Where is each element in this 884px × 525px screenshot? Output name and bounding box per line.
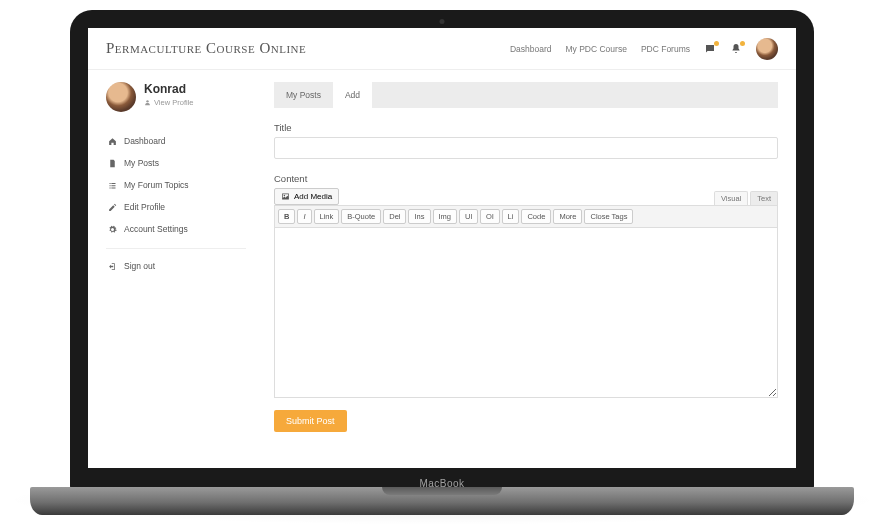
camera-dot <box>440 19 445 24</box>
body: Konrad View Profile Dashboard My <box>88 70 796 432</box>
title-input[interactable] <box>274 137 778 159</box>
toolbar-code[interactable]: Code <box>521 209 551 224</box>
file-icon <box>108 159 117 168</box>
toolbar-link[interactable]: Link <box>314 209 340 224</box>
avatar-large <box>106 82 136 112</box>
list-icon <box>108 181 117 190</box>
main-content: My Posts Add Title Content Add Media Vis… <box>274 82 778 432</box>
view-profile-link[interactable]: View Profile <box>144 98 193 107</box>
bell-icon[interactable] <box>730 43 742 55</box>
submit-post-button[interactable]: Submit Post <box>274 410 347 432</box>
sidebar-item-my-posts[interactable]: My Posts <box>106 152 246 174</box>
svg-point-0 <box>146 100 148 102</box>
bell-badge <box>740 41 745 46</box>
editor-mode-tabs: Visual Text <box>714 191 778 205</box>
media-icon <box>281 192 290 201</box>
editor-toolbar: B I Link B-Quote Del Ins Img Ul Ol Li Co… <box>274 205 778 228</box>
signout-icon <box>108 262 117 271</box>
sidebar: Konrad View Profile Dashboard My <box>106 82 246 432</box>
add-media-button[interactable]: Add Media <box>274 188 339 205</box>
content-tabs: My Posts Add <box>274 82 778 108</box>
edit-icon <box>108 203 117 212</box>
sidebar-item-label: Dashboard <box>124 136 166 146</box>
add-media-label: Add Media <box>294 192 332 201</box>
media-row: Add Media Visual Text <box>274 188 778 205</box>
editor-tab-text[interactable]: Text <box>750 191 778 205</box>
tab-my-posts[interactable]: My Posts <box>274 82 333 108</box>
top-nav: Dashboard My PDC Course PDC Forums <box>510 38 778 60</box>
view-profile-label: View Profile <box>154 98 193 107</box>
home-icon <box>108 137 117 146</box>
content-label: Content <box>274 173 778 184</box>
toolbar-ol[interactable]: Ol <box>480 209 500 224</box>
toolbar-ins[interactable]: Ins <box>408 209 430 224</box>
site-title: Permaculture Course Online <box>106 40 306 57</box>
user-icon <box>144 99 151 106</box>
toolbar-italic[interactable]: I <box>297 209 311 224</box>
sidebar-item-label: Account Settings <box>124 224 188 234</box>
nav-my-course[interactable]: My PDC Course <box>565 44 626 54</box>
sidebar-item-label: My Forum Topics <box>124 180 189 190</box>
nav-dashboard[interactable]: Dashboard <box>510 44 552 54</box>
title-label: Title <box>274 122 778 133</box>
tab-add[interactable]: Add <box>333 82 372 108</box>
gear-icon <box>108 225 117 234</box>
sidebar-item-signout[interactable]: Sign out <box>106 248 246 277</box>
toolbar-ul[interactable]: Ul <box>459 209 478 224</box>
laptop-frame: Permaculture Course Online Dashboard My … <box>70 10 814 490</box>
nav-forums[interactable]: PDC Forums <box>641 44 690 54</box>
svg-point-1 <box>284 195 286 197</box>
toolbar-bold[interactable]: B <box>278 209 295 224</box>
sidebar-item-label: Edit Profile <box>124 202 165 212</box>
device-brand: MacBook <box>419 478 464 489</box>
toolbar-del[interactable]: Del <box>383 209 406 224</box>
sidebar-item-label: Sign out <box>124 261 155 271</box>
sidebar-item-forum-topics[interactable]: My Forum Topics <box>106 174 246 196</box>
toolbar-li[interactable]: Li <box>502 209 520 224</box>
toolbar-close-tags[interactable]: Close Tags <box>584 209 633 224</box>
screen: Permaculture Course Online Dashboard My … <box>88 28 796 468</box>
content-textarea[interactable] <box>274 228 778 398</box>
toolbar-more[interactable]: More <box>553 209 582 224</box>
chat-icon[interactable] <box>704 43 716 55</box>
user-block: Konrad View Profile <box>106 82 246 112</box>
sidebar-item-account-settings[interactable]: Account Settings <box>106 218 246 240</box>
chat-badge <box>714 41 719 46</box>
toolbar-bquote[interactable]: B-Quote <box>341 209 381 224</box>
sidebar-item-label: My Posts <box>124 158 159 168</box>
topbar: Permaculture Course Online Dashboard My … <box>88 28 796 70</box>
user-name: Konrad <box>144 82 193 96</box>
laptop-base <box>30 487 854 515</box>
sidebar-item-edit-profile[interactable]: Edit Profile <box>106 196 246 218</box>
editor-tab-visual[interactable]: Visual <box>714 191 748 205</box>
nav-list: Dashboard My Posts My Forum Topics Edit … <box>106 130 246 277</box>
sidebar-item-dashboard[interactable]: Dashboard <box>106 130 246 152</box>
avatar[interactable] <box>756 38 778 60</box>
toolbar-img[interactable]: Img <box>433 209 458 224</box>
